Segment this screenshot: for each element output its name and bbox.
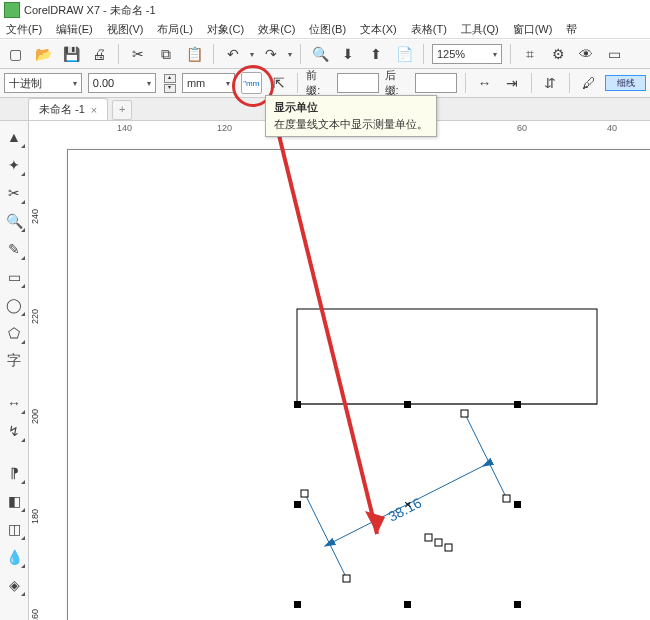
redo-button[interactable]: ↷: [260, 43, 282, 65]
add-tab-button[interactable]: +: [112, 100, 132, 120]
redo-dropdown[interactable]: ▾: [288, 50, 292, 59]
undo-dropdown[interactable]: ▾: [250, 50, 254, 59]
shape-tool[interactable]: ✦: [4, 155, 24, 175]
dimension-node[interactable]: [435, 539, 442, 546]
precision-spinner[interactable]: ▴▾: [164, 74, 176, 93]
selection-handle[interactable]: [514, 401, 521, 408]
paste-button[interactable]: 📋: [183, 43, 205, 65]
menu-file[interactable]: 文件(F): [6, 22, 42, 37]
selection-handle[interactable]: [514, 601, 521, 608]
extension-button[interactable]: ⇥: [501, 72, 522, 94]
zoom-tool[interactable]: 🔍: [4, 211, 24, 231]
cut-button[interactable]: ✂: [127, 43, 149, 65]
drop-tool[interactable]: 💧: [4, 547, 24, 567]
dynamic-dim-button[interactable]: ⇱: [268, 72, 289, 94]
menu-bitmap[interactable]: 位图(B): [309, 22, 346, 37]
new-button[interactable]: ▢: [4, 43, 26, 65]
center-marker: ×: [404, 497, 412, 512]
close-icon[interactable]: ×: [91, 104, 97, 116]
dim-opts-button[interactable]: ⇵: [540, 72, 561, 94]
suffix-label: 后缀:: [385, 68, 409, 98]
dimension-node[interactable]: [301, 490, 308, 497]
canvas[interactable]: 38.16 ×: [47, 139, 650, 620]
export-button[interactable]: ⬆: [365, 43, 387, 65]
zoom-combo[interactable]: 125%▾: [432, 44, 502, 64]
selection-handle[interactable]: [404, 401, 411, 408]
dimension-node[interactable]: [445, 544, 452, 551]
menu-effect[interactable]: 效果(C): [258, 22, 295, 37]
menu-table[interactable]: 表格(T): [411, 22, 447, 37]
import-button[interactable]: ⬇: [337, 43, 359, 65]
snap-button[interactable]: ⌗: [519, 43, 541, 65]
ellipse-icon: ◯: [6, 297, 22, 313]
publish-button[interactable]: 📄: [393, 43, 415, 65]
pick-tool[interactable]: ▲: [4, 127, 24, 147]
menu-view[interactable]: 视图(V): [107, 22, 144, 37]
selection-handle[interactable]: [294, 401, 301, 408]
options-button[interactable]: ⚙: [547, 43, 569, 65]
freehand-tool[interactable]: ✎: [4, 239, 24, 259]
menu-text[interactable]: 文本(X): [360, 22, 397, 37]
selection-handle[interactable]: [294, 601, 301, 608]
search-button[interactable]: 🔍: [309, 43, 331, 65]
precision-combo[interactable]: 0.00▾: [88, 73, 156, 93]
save-icon: 💾: [63, 46, 80, 62]
ruler-corner[interactable]: [29, 121, 48, 140]
menu-object[interactable]: 对象(C): [207, 22, 244, 37]
eyedropper-tool[interactable]: ⁋: [4, 463, 24, 483]
mesh-tool[interactable]: ◈: [4, 575, 24, 595]
dimension-node[interactable]: [343, 575, 350, 582]
separator: [531, 73, 532, 93]
freehand-icon: ✎: [8, 241, 20, 257]
selection-handle[interactable]: [514, 501, 521, 508]
dimension-node[interactable]: [503, 495, 510, 502]
dimension-style-combo[interactable]: 十进制▾: [4, 73, 82, 93]
open-button[interactable]: 📂: [32, 43, 54, 65]
vertical-ruler[interactable]: 240220200180160: [29, 139, 48, 620]
launch-button[interactable]: ▭: [603, 43, 625, 65]
rectangle-tool[interactable]: ▭: [4, 267, 24, 287]
dimension-node[interactable]: [461, 410, 468, 417]
undo-button[interactable]: ↶: [222, 43, 244, 65]
text-position-button[interactable]: ↔: [474, 72, 495, 94]
outline-pen-button[interactable]: 🖊: [578, 72, 599, 94]
save-button[interactable]: 💾: [60, 43, 82, 65]
outline-tool[interactable]: ◫: [4, 519, 24, 539]
drop-icon: 💧: [6, 549, 23, 565]
text-tool[interactable]: 字: [4, 351, 24, 371]
outline-width-combo[interactable]: 细线: [605, 75, 646, 91]
crop-tool[interactable]: ✂: [4, 183, 24, 203]
show-units-button[interactable]: "mm: [241, 72, 262, 94]
copy-button[interactable]: ⧉: [155, 43, 177, 65]
mesh-icon: ◈: [9, 577, 20, 593]
menu-edit[interactable]: 编辑(E): [56, 22, 93, 37]
shape-icon: ✦: [8, 157, 20, 173]
document-tab[interactable]: 未命名 -1 ×: [28, 98, 108, 120]
dimension-tool[interactable]: ↔: [4, 393, 24, 413]
print-button[interactable]: 🖨: [88, 43, 110, 65]
menu-layout[interactable]: 布局(L): [157, 22, 192, 37]
toolbox: ▲ ✦ ✂ 🔍 ✎ ▭ ◯ ⬠ 字 ↔ ↯ ⁋ ◧ ◫ 💧 ◈: [0, 121, 29, 620]
chevron-down-icon: ▾: [73, 79, 77, 88]
selection-handle[interactable]: [294, 501, 301, 508]
fill-tool[interactable]: ◧: [4, 491, 24, 511]
menu-help[interactable]: 帮: [566, 22, 577, 37]
menu-window[interactable]: 窗口(W): [513, 22, 553, 37]
annotation-arrow-line: [275, 121, 377, 534]
dimension-node[interactable]: [425, 534, 432, 541]
view-button[interactable]: 👁: [575, 43, 597, 65]
print-icon: 🖨: [92, 46, 106, 62]
selection-handle[interactable]: [404, 601, 411, 608]
text-icon: 字: [7, 352, 21, 370]
menu-tools[interactable]: 工具(Q): [461, 22, 499, 37]
ellipse-tool[interactable]: ◯: [4, 295, 24, 315]
cursor-icon: ▲: [7, 129, 21, 145]
prefix-input[interactable]: [337, 73, 379, 93]
prefix-label: 前缀:: [306, 68, 330, 98]
tooltip-title: 显示单位: [274, 100, 428, 115]
connector-tool[interactable]: ↯: [4, 421, 24, 441]
polygon-tool[interactable]: ⬠: [4, 323, 24, 343]
suffix-input[interactable]: [415, 73, 457, 93]
snap-icon: ⌗: [526, 46, 534, 63]
unit-combo[interactable]: mm▾: [182, 73, 235, 93]
